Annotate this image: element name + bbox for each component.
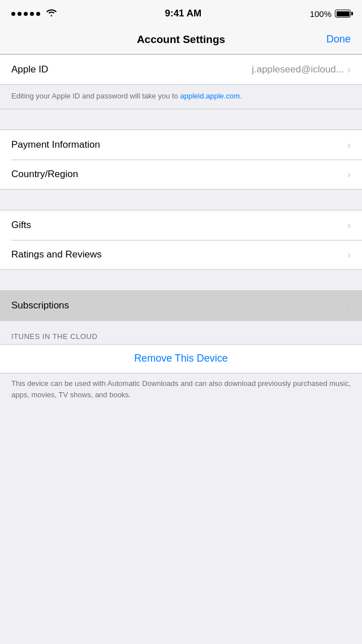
nav-bar: Account Settings Done [0, 25, 362, 54]
apple-id-row[interactable]: Apple ID j.appleseed@icloud... › [0, 55, 362, 84]
section-gap-2 [0, 190, 362, 210]
gifts-chevron: › [347, 220, 351, 230]
wifi-icon [46, 8, 57, 19]
signal-strength [11, 12, 40, 16]
country-chevron: › [347, 169, 351, 179]
subscriptions-chevron: › [347, 300, 351, 311]
section-gap-3 [0, 270, 362, 290]
done-button[interactable]: Done [326, 33, 351, 45]
page-title: Account Settings [137, 33, 225, 46]
apple-id-link[interactable]: appleid.apple.com [180, 92, 240, 100]
battery-body [335, 10, 351, 18]
section-gap-1 [0, 109, 362, 130]
apple-id-note: Editing your Apple ID and password will … [0, 84, 362, 109]
apple-id-chevron: › [347, 65, 351, 75]
gifts-ratings-group: Gifts › Ratings and Reviews › [0, 210, 362, 270]
apple-id-label: Apple ID [11, 64, 48, 75]
ratings-reviews-row[interactable]: Ratings and Reviews › [0, 240, 362, 269]
status-right: 100% [310, 9, 351, 19]
payment-information-row[interactable]: Payment Information › [0, 130, 362, 160]
apple-id-value: j.appleseed@icloud... [252, 64, 344, 75]
battery-percentage: 100% [310, 9, 331, 19]
country-region-row[interactable]: Country/Region › [0, 160, 362, 189]
remove-device-label: Remove This Device [134, 353, 228, 364]
payment-information-label: Payment Information [11, 139, 347, 151]
subscriptions-group: Subscriptions › [0, 290, 362, 321]
battery-fill [337, 11, 350, 16]
country-region-label: Country/Region [11, 169, 347, 180]
itunes-cloud-header: iTunes in the Cloud [0, 321, 362, 344]
payment-country-group: Payment Information › Country/Region › [0, 130, 362, 190]
device-footer: This device can be used with Automatic D… [0, 373, 362, 413]
subscriptions-row[interactable]: Subscriptions › [0, 291, 362, 320]
ratings-reviews-label: Ratings and Reviews [11, 249, 347, 260]
signal-dot-4 [30, 12, 34, 16]
signal-dot-1 [11, 12, 15, 16]
signal-dot-2 [18, 12, 21, 16]
apple-id-value-area: j.appleseed@icloud... › [252, 64, 351, 75]
signal-dot-5 [36, 12, 40, 16]
signal-dot-3 [24, 12, 28, 16]
apple-id-section: Apple ID j.appleseed@icloud... › Editing… [0, 54, 362, 109]
battery-icon [335, 10, 351, 18]
status-left [11, 8, 57, 19]
ratings-chevron: › [347, 250, 351, 260]
status-time: 9:41 AM [165, 8, 202, 19]
apple-id-note-text: Editing your Apple ID and password will … [11, 92, 180, 100]
gifts-label: Gifts [11, 220, 347, 231]
status-bar: 9:41 AM 100% [0, 0, 362, 25]
payment-chevron: › [347, 140, 351, 150]
gifts-row[interactable]: Gifts › [0, 211, 362, 240]
apple-id-link-suffix: . [240, 92, 242, 100]
subscriptions-label: Subscriptions [11, 300, 347, 311]
remove-device-row[interactable]: Remove This Device [0, 344, 362, 373]
